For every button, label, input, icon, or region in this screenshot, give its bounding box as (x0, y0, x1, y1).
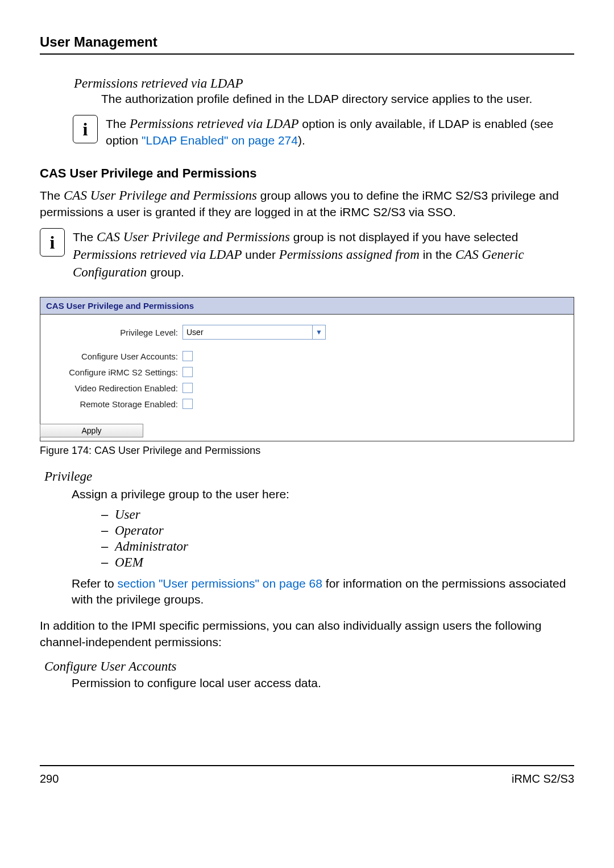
cas-heading: CAS User Privilege and Permissions (40, 166, 574, 181)
configure-user-accounts-checkbox[interactable] (182, 351, 193, 361)
privilege-refer: Refer to section "User permissions" on p… (72, 576, 574, 608)
note-ldap: The Permissions retrieved via LDAP optio… (106, 115, 574, 148)
priv-item: OEM (115, 555, 143, 570)
privilege-level-value: User (183, 325, 312, 339)
video-redirection-checkbox[interactable] (182, 383, 193, 393)
user-permissions-link[interactable]: section "User permissions" on page 68 (118, 577, 322, 590)
ldap-enabled-link[interactable]: "LDAP Enabled" on page 274 (142, 134, 298, 147)
cua-title: Configure User Accounts (44, 659, 574, 674)
perm-ldap-desc: The authorization profile defined in the… (101, 91, 574, 107)
info-glyph: i (50, 232, 55, 253)
info-icon: i (40, 228, 65, 257)
priv-item: Administrator (115, 539, 188, 554)
chevron-down-icon: ▼ (312, 325, 325, 339)
doc-id: iRMC S2/S3 (512, 772, 574, 786)
info-glyph: i (83, 119, 88, 140)
remote-storage-checkbox[interactable] (182, 399, 193, 409)
remote-storage-label: Remote Storage Enabled: (47, 399, 182, 409)
apply-button[interactable]: Apply (40, 424, 143, 437)
privilege-desc: Assign a privilege group to the user her… (72, 486, 574, 502)
configure-user-accounts-label: Configure User Accounts: (47, 352, 182, 361)
priv-item: User (115, 507, 140, 522)
cas-paragraph: The CAS User Privilege and Permissions g… (40, 187, 574, 220)
cua-desc: Permission to configure local user acces… (72, 675, 574, 691)
privilege-title: Privilege (44, 469, 574, 484)
privilege-level-label: Privilege Level: (47, 328, 182, 337)
privilege-list: –User –Operator –Administrator –OEM (101, 507, 574, 570)
panel-title: CAS User Privilege and Permissions (40, 297, 574, 315)
figure-caption: Figure 174: CAS User Privilege and Permi… (40, 445, 574, 457)
page-header: User Management (40, 34, 574, 50)
privilege-level-dropdown[interactable]: User ▼ (182, 325, 326, 340)
video-redirection-label: Video Redirection Enabled: (47, 383, 182, 393)
configure-irmc-settings-label: Configure iRMC S2 Settings: (47, 367, 182, 377)
priv-item: Operator (115, 523, 164, 538)
perm-ldap-title: Permissions retrieved via LDAP (74, 76, 574, 91)
header-rule (40, 53, 574, 55)
addition-paragraph: In addition to the IPMI specific permiss… (40, 618, 574, 650)
info-icon: i (73, 115, 98, 143)
note-cas: The CAS User Privilege and Permissions g… (73, 228, 574, 281)
configure-irmc-settings-checkbox[interactable] (182, 367, 193, 377)
page-number: 290 (40, 772, 59, 786)
cas-panel: CAS User Privilege and Permissions Privi… (40, 297, 574, 441)
footer-rule (40, 765, 574, 766)
